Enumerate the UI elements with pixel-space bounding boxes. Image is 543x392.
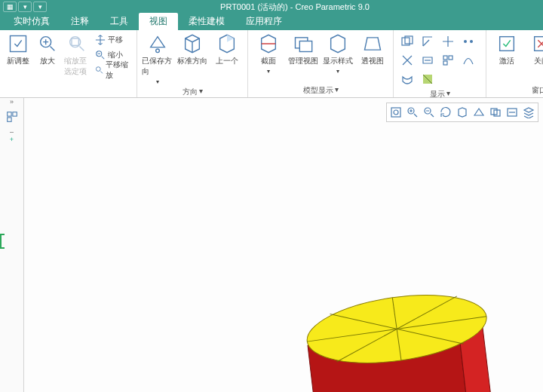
svg-rect-15 xyxy=(443,61,447,65)
svg-rect-0 xyxy=(10,36,26,52)
show-annotations[interactable] xyxy=(419,52,437,69)
show-curves[interactable] xyxy=(459,52,477,69)
window-title: PRT0001 (活动的) - Creo Parametric 9.0 xyxy=(47,2,543,13)
qa-icon-2[interactable]: ▾ xyxy=(18,2,32,12)
show-surfaces[interactable] xyxy=(398,71,416,87)
group-orient: 已保存方向▾ 标准方向 上一个 方向▾ xyxy=(137,30,248,97)
btn-fit-label: 新调整 xyxy=(7,56,29,66)
qa-icon-3[interactable]: ▾ xyxy=(33,2,47,12)
group-zoom-label xyxy=(5,94,132,96)
btn-prevview[interactable]: 上一个 xyxy=(211,33,243,66)
show-axes[interactable] xyxy=(439,33,457,50)
svg-point-6 xyxy=(156,49,160,53)
btn-zoomin-label: 放大 xyxy=(40,56,55,66)
tab-tools[interactable]: 工具 xyxy=(100,13,139,30)
show-grid xyxy=(398,33,481,87)
btn-section[interactable]: 截面▾ xyxy=(253,33,284,75)
btn-zoomsel-label: 缩放至选定项 xyxy=(64,56,90,77)
group-modeldisp-label: 模型显示▾ xyxy=(253,84,388,96)
tab-simulation[interactable]: 实时仿真 xyxy=(3,13,60,30)
btn-pan[interactable]: 平移 xyxy=(94,33,132,47)
group-window-label: 窗口▾ xyxy=(491,84,543,96)
show-datum-axes[interactable] xyxy=(398,52,416,69)
show-csys[interactable] xyxy=(419,33,437,50)
show-colorpick[interactable] xyxy=(419,71,437,87)
svg-point-12 xyxy=(470,40,473,43)
group-modeldisp: 截面▾ 管理视图 显示样式▾ 透视图 模型显示▾ xyxy=(248,30,394,97)
group-zoom: 新调整 放大 缩放至选定项 平移 缩小 平移缩放 xyxy=(0,30,137,97)
tab-view[interactable]: 视图 xyxy=(139,13,178,30)
tab-annotation[interactable]: 注释 xyxy=(60,13,100,30)
btn-savedview[interactable]: 已保存方向▾ xyxy=(142,33,173,85)
tab-apps[interactable]: 应用程序 xyxy=(235,13,293,30)
btn-dispstyle[interactable]: 显示样式▾ xyxy=(322,33,354,75)
btn-close[interactable]: 关闭 xyxy=(526,33,543,66)
btn-panzoom[interactable]: 平移缩放 xyxy=(94,63,132,77)
ribbon-tabs: 实时仿真 注释 工具 视图 柔性建模 应用程序 xyxy=(0,14,543,30)
btn-perspective[interactable]: 透视图 xyxy=(357,33,388,66)
svg-rect-17 xyxy=(500,37,514,51)
svg-point-5 xyxy=(96,67,100,72)
quick-access-toolbar: ▦ ▾ ▾ xyxy=(0,2,47,12)
btn-fit[interactable]: 新调整 xyxy=(5,33,31,66)
svg-point-11 xyxy=(464,40,467,43)
model-cylinder xyxy=(0,98,543,392)
btn-activate[interactable]: 激活 xyxy=(491,33,523,66)
svg-rect-3 xyxy=(72,38,78,45)
svg-rect-8 xyxy=(299,41,311,52)
btn-manageview[interactable]: 管理视图 xyxy=(287,33,319,66)
btn-zoomsel: 缩放至选定项 xyxy=(64,33,90,77)
tab-flex[interactable]: 柔性建模 xyxy=(178,13,235,30)
show-datum-planes[interactable] xyxy=(398,33,416,50)
group-orient-label: 方向▾ xyxy=(142,85,243,97)
btn-stdview[interactable]: 标准方向 xyxy=(176,33,208,66)
svg-rect-13 xyxy=(443,56,447,60)
btn-zoomin[interactable]: 放大 xyxy=(34,33,60,66)
zoom-stack: 平移 缩小 平移缩放 xyxy=(94,33,132,77)
show-model-tree[interactable] xyxy=(439,52,457,69)
qa-icon-1[interactable]: ▦ xyxy=(3,2,17,12)
graphics-canvas[interactable]: » – + xyxy=(0,98,543,392)
group-show: 显示▾ xyxy=(394,30,486,97)
ribbon: 新调整 放大 缩放至选定项 平移 缩小 平移缩放 已保存方向▾ xyxy=(0,30,543,98)
group-window: 激活 关闭 窗口▾ 窗口▾ xyxy=(486,30,543,97)
svg-rect-14 xyxy=(449,56,452,60)
show-points[interactable] xyxy=(459,33,477,50)
